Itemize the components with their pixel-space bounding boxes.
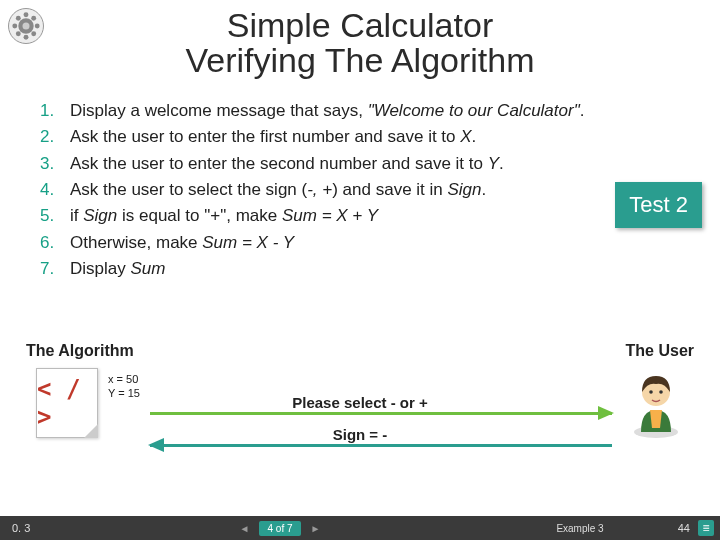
step-1: 1.Display a welcome message that says, "… <box>40 98 720 124</box>
code-glyph: < / > <box>37 375 97 431</box>
code-file-icon: < / > <box>36 368 98 438</box>
svg-point-12 <box>649 390 653 394</box>
arrow-to-user <box>150 412 612 415</box>
gear-icon <box>12 12 40 40</box>
slide-title: Simple Calculator Verifying The Algorith… <box>0 0 720 80</box>
prompt-message: Please select - or + <box>292 394 428 411</box>
prev-page-button[interactable]: ◄ <box>240 523 250 534</box>
label-user: The User <box>626 342 694 360</box>
menu-icon: ≡ <box>702 521 709 535</box>
user-avatar-icon <box>626 370 686 440</box>
svg-point-7 <box>31 16 36 21</box>
interaction-diagram: < / > x = 50 Y = 15 Please select - or +… <box>30 368 690 478</box>
svg-point-5 <box>35 24 40 29</box>
var-y: Y = 15 <box>108 386 140 400</box>
title-line-2: Verifying The Algorithm <box>0 41 720 80</box>
svg-point-6 <box>16 16 21 21</box>
test-badge: Test 2 <box>615 182 702 228</box>
label-algorithm: The Algorithm <box>26 342 134 360</box>
step-7: 7.Display Sum <box>40 256 720 282</box>
svg-point-8 <box>16 31 21 36</box>
var-x: x = 50 <box>108 372 140 386</box>
next-page-button[interactable]: ► <box>311 523 321 534</box>
page-indicator: 4 of 7 <box>259 521 300 536</box>
example-label: Example 3 <box>500 523 660 534</box>
variable-values: x = 50 Y = 15 <box>108 372 140 401</box>
step-2: 2.Ask the user to enter the first number… <box>40 124 720 150</box>
step-6: 6.Otherwise, make Sum = X - Y <box>40 230 720 256</box>
slide-footer: 0. 3 ◄ 4 of 7 ► Example 3 44 ≡ <box>0 516 720 540</box>
reply-message: Sign = - <box>333 426 388 443</box>
diagram-labels: The Algorithm The User <box>26 342 694 360</box>
title-line-1: Simple Calculator <box>0 6 720 45</box>
menu-button[interactable]: ≡ <box>698 520 714 536</box>
svg-point-2 <box>24 12 29 17</box>
svg-point-9 <box>31 31 36 36</box>
svg-point-4 <box>12 24 17 29</box>
arrow-to-algorithm <box>150 444 612 447</box>
svg-point-13 <box>659 390 663 394</box>
svg-point-3 <box>24 35 29 40</box>
step-3: 3.Ask the user to enter the second numbe… <box>40 151 720 177</box>
page-nav: ◄ 4 of 7 ► <box>60 521 500 536</box>
version-label: 0. 3 <box>0 522 60 534</box>
app-logo <box>8 8 44 44</box>
svg-point-1 <box>23 23 30 30</box>
